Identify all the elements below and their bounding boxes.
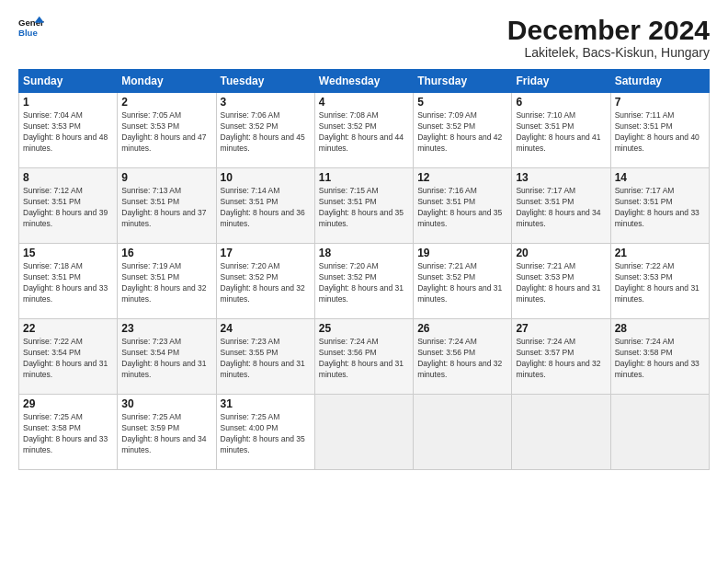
calendar-cell: 3Sunrise: 7:06 AMSunset: 3:52 PMDaylight… [216,93,314,168]
calendar-cell: 29Sunrise: 7:25 AMSunset: 3:58 PMDayligh… [19,395,118,470]
day-info: Sunrise: 7:15 AMSunset: 3:51 PMDaylight:… [319,186,404,228]
col-sunday: Sunday [19,70,118,93]
page: General Blue December 2024 Lakitelek, Ba… [0,0,728,563]
day-info: Sunrise: 7:22 AMSunset: 3:54 PMDaylight:… [23,337,108,379]
col-wednesday: Wednesday [314,70,413,93]
calendar-cell: 16Sunrise: 7:19 AMSunset: 3:51 PMDayligh… [118,244,216,319]
day-number: 12 [417,171,507,184]
day-number: 10 [221,171,311,184]
day-number: 21 [615,247,705,259]
calendar-cell: 4Sunrise: 7:08 AMSunset: 3:52 PMDaylight… [314,93,413,168]
calendar-week-row: 29Sunrise: 7:25 AMSunset: 3:58 PMDayligh… [19,395,710,470]
day-info: Sunrise: 7:19 AMSunset: 3:51 PMDaylight:… [121,261,206,304]
day-info: Sunrise: 7:12 AMSunset: 3:51 PMDaylight:… [23,186,108,228]
day-info: Sunrise: 7:23 AMSunset: 3:55 PMDaylight:… [221,337,305,379]
day-number: 18 [319,247,409,259]
day-number: 23 [121,322,211,335]
day-info: Sunrise: 7:21 AMSunset: 3:53 PMDaylight:… [516,261,600,304]
calendar-cell: 18Sunrise: 7:20 AMSunset: 3:52 PMDayligh… [314,244,413,319]
calendar-cell: 26Sunrise: 7:24 AMSunset: 3:56 PMDayligh… [414,319,512,395]
day-number: 3 [221,96,311,109]
day-number: 14 [615,171,705,184]
day-info: Sunrise: 7:16 AMSunset: 3:51 PMDaylight:… [417,186,502,228]
day-info: Sunrise: 7:24 AMSunset: 3:57 PMDaylight:… [516,337,600,379]
calendar-cell: 28Sunrise: 7:24 AMSunset: 3:58 PMDayligh… [610,319,709,395]
day-info: Sunrise: 7:06 AMSunset: 3:52 PMDaylight:… [221,110,305,153]
col-tuesday: Tuesday [216,70,314,93]
calendar-cell: 12Sunrise: 7:16 AMSunset: 3:51 PMDayligh… [414,168,512,244]
calendar-cell [610,395,709,470]
calendar-cell: 22Sunrise: 7:22 AMSunset: 3:54 PMDayligh… [19,319,118,395]
day-info: Sunrise: 7:04 AMSunset: 3:53 PMDaylight:… [23,110,108,153]
calendar-cell: 10Sunrise: 7:14 AMSunset: 3:51 PMDayligh… [216,168,314,244]
day-number: 9 [121,171,211,184]
col-saturday: Saturday [610,70,709,93]
calendar-cell: 9Sunrise: 7:13 AMSunset: 3:51 PMDaylight… [118,168,216,244]
calendar-cell [414,395,512,470]
calendar-cell: 17Sunrise: 7:20 AMSunset: 3:52 PMDayligh… [216,244,314,319]
day-info: Sunrise: 7:18 AMSunset: 3:51 PMDaylight:… [23,261,108,304]
col-friday: Friday [512,70,610,93]
day-info: Sunrise: 7:17 AMSunset: 3:51 PMDaylight:… [615,186,700,228]
day-number: 1 [23,96,113,109]
day-info: Sunrise: 7:05 AMSunset: 3:53 PMDaylight:… [121,110,206,153]
day-number: 19 [417,247,507,259]
calendar-cell: 27Sunrise: 7:24 AMSunset: 3:57 PMDayligh… [512,319,610,395]
calendar-cell: 1Sunrise: 7:04 AMSunset: 3:53 PMDaylight… [19,93,118,168]
day-info: Sunrise: 7:24 AMSunset: 3:56 PMDaylight:… [417,337,502,379]
day-number: 6 [516,96,606,109]
calendar-cell: 8Sunrise: 7:12 AMSunset: 3:51 PMDaylight… [19,168,118,244]
calendar-cell: 19Sunrise: 7:21 AMSunset: 3:52 PMDayligh… [414,244,512,319]
day-number: 22 [23,322,113,335]
calendar-cell [314,395,413,470]
day-info: Sunrise: 7:17 AMSunset: 3:51 PMDaylight:… [516,186,600,228]
col-monday: Monday [118,70,216,93]
calendar-week-row: 8Sunrise: 7:12 AMSunset: 3:51 PMDaylight… [19,168,710,244]
day-info: Sunrise: 7:20 AMSunset: 3:52 PMDaylight:… [221,261,305,304]
day-number: 27 [516,322,606,335]
calendar-cell: 20Sunrise: 7:21 AMSunset: 3:53 PMDayligh… [512,244,610,319]
calendar-cell: 21Sunrise: 7:22 AMSunset: 3:53 PMDayligh… [610,244,709,319]
calendar-cell: 11Sunrise: 7:15 AMSunset: 3:51 PMDayligh… [314,168,413,244]
day-info: Sunrise: 7:25 AMSunset: 4:00 PMDaylight:… [221,412,305,454]
day-number: 8 [23,171,113,184]
day-number: 25 [319,322,409,335]
day-number: 29 [23,397,113,410]
day-number: 16 [121,247,211,259]
day-info: Sunrise: 7:21 AMSunset: 3:52 PMDaylight:… [417,261,502,304]
day-info: Sunrise: 7:24 AMSunset: 3:58 PMDaylight:… [615,337,700,379]
day-info: Sunrise: 7:22 AMSunset: 3:53 PMDaylight:… [615,261,700,304]
calendar-cell: 7Sunrise: 7:11 AMSunset: 3:51 PMDaylight… [610,93,709,168]
day-number: 2 [121,96,211,109]
calendar-cell: 24Sunrise: 7:23 AMSunset: 3:55 PMDayligh… [216,319,314,395]
svg-text:Blue: Blue [18,28,38,38]
day-number: 24 [221,322,311,335]
day-number: 28 [615,322,705,335]
day-info: Sunrise: 7:24 AMSunset: 3:56 PMDaylight:… [319,337,404,379]
day-info: Sunrise: 7:23 AMSunset: 3:54 PMDaylight:… [121,337,206,379]
day-number: 31 [221,397,311,410]
calendar-cell: 30Sunrise: 7:25 AMSunset: 3:59 PMDayligh… [118,395,216,470]
day-info: Sunrise: 7:08 AMSunset: 3:52 PMDaylight:… [319,110,404,153]
day-number: 15 [23,247,113,259]
col-thursday: Thursday [414,70,512,93]
title-block: December 2024 Lakitelek, Bacs-Kiskun, Hu… [507,15,710,60]
day-info: Sunrise: 7:25 AMSunset: 3:58 PMDaylight:… [23,412,108,454]
header: General Blue December 2024 Lakitelek, Ba… [18,15,710,60]
day-number: 17 [221,247,311,259]
day-number: 5 [417,96,507,109]
calendar-cell: 15Sunrise: 7:18 AMSunset: 3:51 PMDayligh… [19,244,118,319]
day-number: 4 [319,96,409,109]
day-number: 11 [319,171,409,184]
calendar-header-row: Sunday Monday Tuesday Wednesday Thursday… [19,70,710,93]
day-info: Sunrise: 7:20 AMSunset: 3:52 PMDaylight:… [319,261,404,304]
day-number: 30 [121,397,211,410]
day-info: Sunrise: 7:11 AMSunset: 3:51 PMDaylight:… [615,110,700,153]
page-title: December 2024 [507,15,710,45]
day-info: Sunrise: 7:25 AMSunset: 3:59 PMDaylight:… [121,412,206,454]
day-number: 7 [615,96,705,109]
calendar-cell: 23Sunrise: 7:23 AMSunset: 3:54 PMDayligh… [118,319,216,395]
calendar-cell: 13Sunrise: 7:17 AMSunset: 3:51 PMDayligh… [512,168,610,244]
day-info: Sunrise: 7:14 AMSunset: 3:51 PMDaylight:… [221,186,305,228]
page-subtitle: Lakitelek, Bacs-Kiskun, Hungary [507,45,710,60]
